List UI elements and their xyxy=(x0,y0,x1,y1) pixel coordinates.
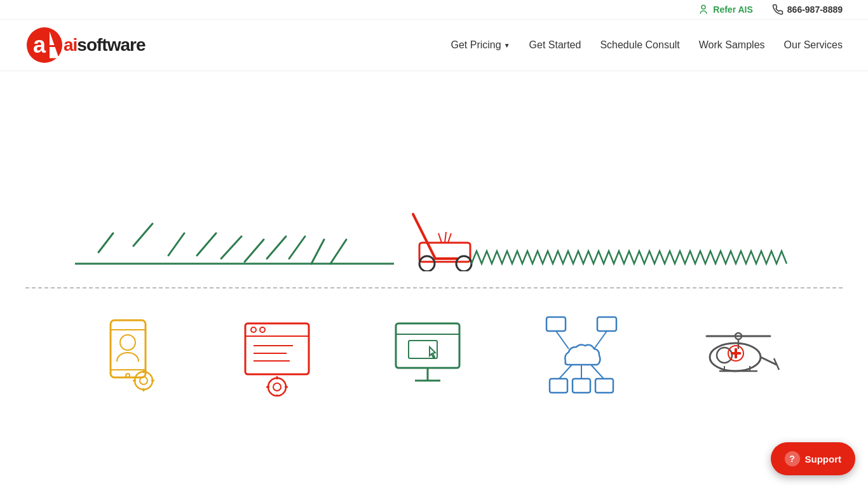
svg-rect-61 xyxy=(573,379,590,393)
helicopter-icon-item xyxy=(694,314,783,396)
lawn-animation xyxy=(0,106,868,271)
svg-line-9 xyxy=(245,240,264,262)
desktop-app-icon xyxy=(386,314,469,396)
logo-link[interactable]: a aisoftware xyxy=(25,26,146,64)
svg-point-36 xyxy=(251,327,256,332)
svg-point-19 xyxy=(456,256,471,271)
refer-ais-link[interactable]: Refer AIS xyxy=(698,4,753,15)
svg-rect-23 xyxy=(111,320,146,377)
svg-line-10 xyxy=(267,236,286,259)
svg-line-13 xyxy=(330,240,346,264)
phone-number: 866-987-8889 xyxy=(787,4,843,15)
web-app-icon-item xyxy=(236,314,318,396)
svg-rect-53 xyxy=(546,317,566,331)
svg-line-22 xyxy=(448,233,451,243)
top-bar: Refer AIS 866-987-8889 xyxy=(0,0,868,20)
services-icons-section xyxy=(0,288,868,409)
svg-rect-74 xyxy=(735,348,737,358)
phone-icon xyxy=(772,4,783,15)
lawn-svg xyxy=(0,106,868,271)
svg-line-21 xyxy=(445,232,446,243)
svg-line-55 xyxy=(556,331,569,349)
svg-line-11 xyxy=(289,236,305,259)
mobile-app-icon-item xyxy=(85,314,168,396)
svg-line-68 xyxy=(761,357,776,365)
svg-point-18 xyxy=(419,256,435,271)
svg-line-5 xyxy=(133,224,153,246)
web-app-icon xyxy=(236,314,318,396)
svg-line-56 xyxy=(594,331,607,349)
svg-rect-3 xyxy=(48,45,60,47)
svg-rect-60 xyxy=(550,379,567,393)
svg-point-37 xyxy=(260,327,265,332)
nav-schedule-consult[interactable]: Schedule Consult xyxy=(600,39,679,51)
nav-pricing[interactable]: Get Pricing ▼ xyxy=(451,39,510,51)
svg-line-20 xyxy=(438,233,442,243)
svg-point-28 xyxy=(135,372,153,390)
svg-line-57 xyxy=(559,365,572,379)
nav-our-services[interactable]: Our Services xyxy=(784,39,843,51)
header: a aisoftware Get Pricing ▼ Get Started S… xyxy=(0,20,868,71)
svg-rect-47 xyxy=(396,323,459,368)
svg-line-8 xyxy=(221,236,241,259)
refer-label: Refer AIS xyxy=(713,4,753,15)
main-nav: Get Pricing ▼ Get Started Schedule Consu… xyxy=(451,39,843,51)
nav-get-started[interactable]: Get Started xyxy=(529,39,581,51)
helicopter-icon xyxy=(694,314,783,396)
phone-link[interactable]: 866-987-8889 xyxy=(772,4,843,15)
svg-line-6 xyxy=(168,233,184,255)
logo-text: aisoftware xyxy=(64,35,146,55)
svg-point-42 xyxy=(273,383,281,391)
hero-section xyxy=(0,71,868,287)
pricing-label: Get Pricing xyxy=(451,39,501,51)
svg-rect-62 xyxy=(595,379,613,393)
svg-line-4 xyxy=(98,233,113,252)
svg-text:a: a xyxy=(33,32,46,58)
person-icon xyxy=(698,4,709,15)
svg-point-41 xyxy=(268,378,286,396)
svg-marker-50 xyxy=(430,347,435,358)
nav-work-samples[interactable]: Work Samples xyxy=(699,39,765,51)
svg-rect-54 xyxy=(597,317,616,331)
svg-line-59 xyxy=(591,365,604,379)
svg-line-7 xyxy=(197,233,216,255)
svg-point-26 xyxy=(126,374,130,377)
cloud-network-icon-item xyxy=(537,314,626,396)
svg-line-15 xyxy=(413,214,435,259)
svg-rect-34 xyxy=(245,323,309,374)
chevron-down-icon: ▼ xyxy=(504,42,510,49)
svg-line-12 xyxy=(311,240,324,264)
desktop-app-icon-item xyxy=(386,314,469,396)
cloud-network-icon xyxy=(537,314,626,396)
logo-icon: a xyxy=(25,26,64,64)
svg-point-27 xyxy=(120,335,135,350)
svg-point-0 xyxy=(702,5,705,9)
mobile-app-icon xyxy=(85,314,168,396)
